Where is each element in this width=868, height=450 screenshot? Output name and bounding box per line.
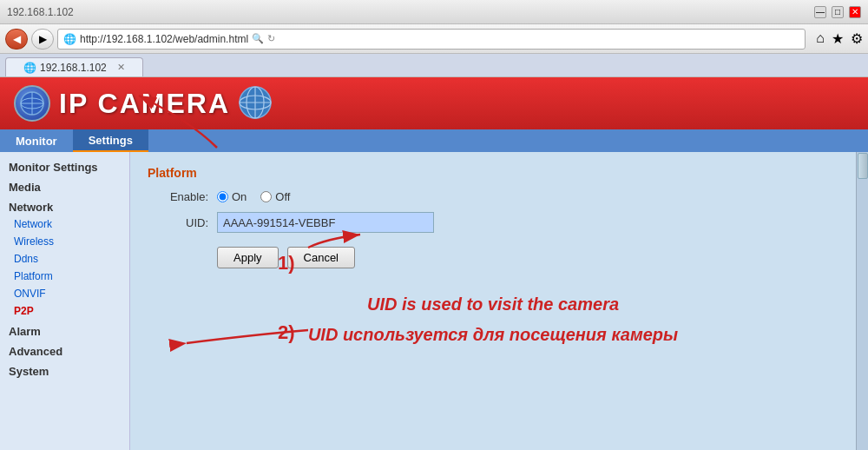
toolbar-icons: ⌂ ★ ⚙ bbox=[816, 30, 863, 47]
sidebar-system[interactable]: System bbox=[0, 360, 129, 380]
cancel-button[interactable]: Cancel bbox=[287, 247, 355, 268]
sidebar: Monitor Settings Media Network Network W… bbox=[0, 152, 130, 450]
sidebar-advanced[interactable]: Advanced bbox=[0, 340, 129, 360]
search-icon: 🔍 bbox=[252, 33, 264, 44]
app-title: IP CAMERA bbox=[59, 88, 230, 120]
tab-favicon: 🌐 bbox=[23, 62, 36, 74]
radio-off-text: Off bbox=[275, 190, 290, 203]
address-favicon: 🌐 bbox=[63, 33, 76, 45]
nav-item-settings[interactable]: Settings bbox=[73, 129, 148, 152]
sidebar-media[interactable]: Media bbox=[0, 175, 129, 195]
content-area: Monitor Settings Media Network Network W… bbox=[0, 152, 868, 450]
sidebar-link-ddns[interactable]: Ddns bbox=[3, 250, 129, 268]
sidebar-link-onvif[interactable]: ONVIF bbox=[3, 285, 129, 302]
globe-icon bbox=[239, 86, 272, 122]
scrollbar-track bbox=[857, 152, 868, 450]
tab-close-icon[interactable]: ✕ bbox=[117, 62, 125, 73]
main-nav: Monitor Settings bbox=[0, 129, 868, 152]
nav-item-monitor[interactable]: Monitor bbox=[0, 129, 73, 152]
sidebar-monitor-settings: Monitor Settings bbox=[0, 156, 129, 175]
radio-on-text: On bbox=[232, 190, 247, 203]
title-bar-buttons: — □ ✕ bbox=[814, 6, 861, 18]
enable-label: Enable: bbox=[148, 190, 217, 203]
radio-on-label[interactable]: On bbox=[217, 190, 247, 203]
sidebar-submenu-network: Network Wireless Ddns Platform ONVIF P2P bbox=[0, 215, 129, 320]
refresh-icon: ↻ bbox=[267, 33, 275, 44]
home-icon[interactable]: ⌂ bbox=[816, 30, 825, 47]
tab-label: 192.168.1.102 bbox=[40, 62, 107, 74]
annotation-1: 1) bbox=[278, 252, 295, 275]
radio-group-enable: On Off bbox=[217, 190, 290, 203]
title-bar: 192.168.1.102 — □ ✕ bbox=[0, 0, 868, 24]
app-logo-icon bbox=[14, 85, 50, 122]
window-title: 192.168.1.102 bbox=[7, 6, 74, 18]
sidebar-link-p2p[interactable]: P2P bbox=[3, 302, 129, 320]
browser-tab[interactable]: 🌐 192.168.1.102 ✕ bbox=[5, 57, 143, 76]
radio-off-label[interactable]: Off bbox=[260, 190, 290, 203]
sidebar-link-platform[interactable]: Platform bbox=[3, 268, 129, 285]
tab-bar: 🌐 192.168.1.102 ✕ bbox=[0, 54, 868, 76]
scrollbar-thumb[interactable] bbox=[858, 153, 868, 179]
annotation-2: 2) bbox=[278, 321, 295, 344]
radio-off[interactable] bbox=[260, 191, 272, 202]
address-bar[interactable]: 🌐 http://192.168.1.102/web/admin.html 🔍 … bbox=[57, 29, 806, 50]
minimize-button[interactable]: — bbox=[814, 6, 826, 18]
enable-row: Enable: On Off bbox=[148, 190, 838, 203]
star-icon[interactable]: ★ bbox=[832, 30, 844, 47]
main-panel: Platform Enable: On Off UID: 1) bbox=[130, 152, 856, 450]
sidebar-link-network[interactable]: Network bbox=[3, 215, 129, 233]
maximize-button[interactable]: □ bbox=[832, 6, 844, 18]
sidebar-link-wireless[interactable]: Wireless bbox=[3, 233, 129, 250]
back-button[interactable]: ◀ bbox=[5, 29, 28, 50]
nav-bar: ◀ ▶ 🌐 http://192.168.1.102/web/admin.htm… bbox=[0, 24, 868, 54]
info-text-ru: UID используется для посещения камеры bbox=[148, 325, 838, 345]
uid-input[interactable] bbox=[217, 212, 434, 233]
title-bar-left: 192.168.1.102 bbox=[7, 6, 74, 18]
uid-row: UID: bbox=[148, 212, 838, 233]
info-text-en: UID is used to visit the camera bbox=[148, 294, 838, 314]
right-scrollbar[interactable] bbox=[856, 152, 868, 450]
sidebar-alarm[interactable]: Alarm bbox=[0, 320, 129, 340]
uid-label: UID: bbox=[148, 216, 217, 229]
close-button[interactable]: ✕ bbox=[849, 6, 861, 18]
gear-icon[interactable]: ⚙ bbox=[851, 30, 863, 47]
apply-button[interactable]: Apply bbox=[217, 247, 279, 268]
app-header: IP CAMERA bbox=[0, 77, 868, 129]
radio-on[interactable] bbox=[217, 191, 228, 202]
btn-row: Apply Cancel bbox=[217, 247, 838, 268]
forward-button[interactable]: ▶ bbox=[31, 29, 54, 50]
section-title: Platform bbox=[148, 166, 838, 180]
address-text: http://192.168.1.102/web/admin.html bbox=[80, 33, 248, 45]
sidebar-network-section: Network bbox=[0, 195, 129, 215]
